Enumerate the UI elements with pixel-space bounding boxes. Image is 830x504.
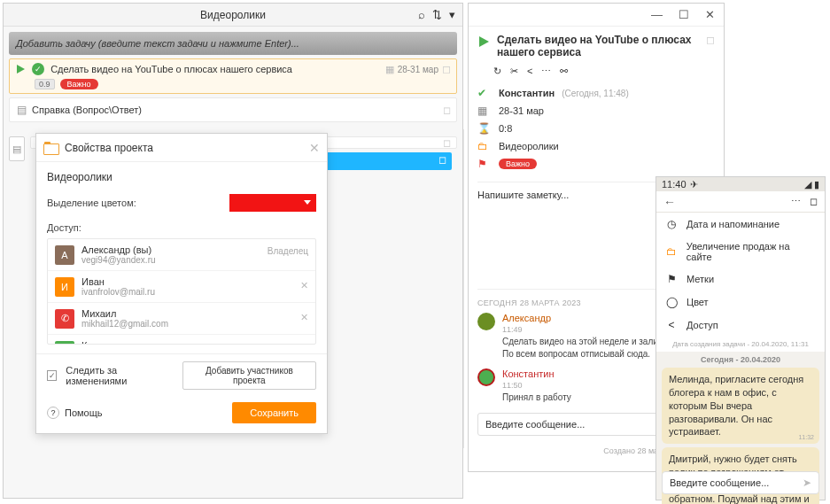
left-titlebar: Видеоролики ⌕ ⇅ ▾ xyxy=(4,4,462,27)
bookmark-icon[interactable]: ◻ xyxy=(810,196,818,207)
msg-time: 11:49 xyxy=(502,325,523,334)
play-icon[interactable] xyxy=(15,64,26,74)
msg-text: Принял в работу xyxy=(502,392,571,404)
remove-user-icon[interactable]: ✕ xyxy=(300,344,308,345)
back-icon[interactable]: ← xyxy=(663,195,676,209)
mobile-meta: Дата создания задачи - 20.04.2020, 11:31 xyxy=(656,337,825,352)
task-tag-badge: Важно xyxy=(60,79,98,89)
msg-time: 11:50 xyxy=(502,381,523,390)
task-date: 28-31 мар xyxy=(398,65,438,74)
avatar: ✆ xyxy=(55,309,74,329)
task-title: Сделать видео на YouTube о плюсах нашего… xyxy=(50,64,292,74)
play-icon[interactable] xyxy=(477,35,490,48)
color-select[interactable] xyxy=(229,194,316,212)
folder-icon xyxy=(43,142,58,153)
follow-checkbox[interactable]: ✓ xyxy=(47,370,57,381)
access-label: Доступ: xyxy=(47,222,316,233)
sort-icon[interactable]: ⇅ xyxy=(432,4,442,27)
refresh-icon[interactable]: ↻ xyxy=(493,66,501,77)
row-text: Справка (Вопрос\Ответ) xyxy=(32,105,142,115)
avatar: ✓ xyxy=(55,341,74,345)
close-icon[interactable]: ✕ xyxy=(309,141,320,155)
m-opt-date[interactable]: ◷Дата и напоминание xyxy=(656,213,825,236)
avatar: И xyxy=(55,277,74,297)
folder-icon: 🗀 xyxy=(665,245,678,258)
svg-marker-0 xyxy=(17,65,25,74)
access-list: А Александр (вы)vegi94@yandex.ru Владеле… xyxy=(47,238,316,345)
remove-user-icon[interactable]: ✕ xyxy=(300,312,308,323)
msg-author: Александр xyxy=(502,313,551,323)
detail-date: 28-31 мар xyxy=(499,105,544,116)
follow-label: Следить за изменениями xyxy=(66,365,173,386)
done-check-icon[interactable]: ✓ xyxy=(32,63,44,75)
help-icon[interactable]: ? xyxy=(47,407,59,419)
bookmark-icon[interactable]: ◻ xyxy=(443,105,451,116)
msg-author: Константин xyxy=(502,368,554,379)
mobile-mock: 11:40 ✈ ◢▮ ← ⋯ ◻ ◷Дата и напоминание 🗀Ув… xyxy=(655,176,826,500)
m-opt-color[interactable]: ◯Цвет xyxy=(656,291,825,314)
tag-icon: ⚑ xyxy=(665,273,678,285)
share-icon: < xyxy=(665,319,678,331)
calendar-icon: ▦ xyxy=(477,105,492,117)
user-check-icon: ✔ xyxy=(477,87,492,99)
access-user[interactable]: И Иванivanfrolov@mail.ru ✕ xyxy=(48,271,315,303)
m-opt-project[interactable]: 🗀Увеличение продаж на сайте xyxy=(656,236,825,268)
role-label: Владелец xyxy=(268,246,308,256)
list-item[interactable]: ▤ Справка (Вопрос\Ответ) ◻ xyxy=(9,97,457,122)
mobile-statusbar: 11:40 ✈ ◢▮ xyxy=(656,177,825,191)
left-title: Видеоролики xyxy=(200,9,266,21)
tag-icon: ⚑ xyxy=(477,158,492,170)
access-user[interactable]: А Александр (вы)vegi94@yandex.ru Владеле… xyxy=(48,239,315,271)
task-row[interactable]: ✓ Сделать видео на YouTube о плюсах наше… xyxy=(9,58,457,94)
link-icon[interactable]: ⚯ xyxy=(560,66,568,77)
clock: 11:40 xyxy=(662,179,686,190)
folder-icon: 🗀 xyxy=(477,140,492,152)
svg-marker-1 xyxy=(479,36,489,47)
avatar xyxy=(477,368,495,386)
bubble: Мелинда, пригласите сегодня блогера к на… xyxy=(662,368,819,444)
bookmark-icon[interactable]: ◻ xyxy=(438,154,446,166)
detail-time: 0:8 xyxy=(499,123,512,134)
detail-project: Видеоролики xyxy=(499,141,559,151)
task-num-badge: 0.9 xyxy=(35,79,55,89)
access-user[interactable]: ✆ Михаилmikhail12@gmail.com ✕ xyxy=(48,303,315,335)
detail-title: Сделать видео на YouTube о плюсах нашего… xyxy=(497,34,699,58)
add-members-button[interactable]: Добавить участников проекта xyxy=(182,361,316,390)
bookmark-icon[interactable]: ◻ xyxy=(443,137,451,149)
bookmark-icon[interactable]: ◻ xyxy=(442,63,451,75)
more-icon[interactable]: ⋯ xyxy=(791,196,801,207)
share-icon[interactable]: < xyxy=(527,66,532,77)
avatar: А xyxy=(55,245,74,265)
minimize-icon[interactable]: — xyxy=(651,8,663,21)
maximize-icon[interactable]: ☐ xyxy=(679,8,689,21)
clock-icon: ◷ xyxy=(665,218,678,230)
cut-icon[interactable]: ✂ xyxy=(510,66,518,77)
mobile-day: Сегодня - 20.04.2020 xyxy=(656,352,825,368)
assignee-sub: (Сегодня, 11:48) xyxy=(562,89,629,98)
filter-icon[interactable]: ▾ xyxy=(449,4,455,27)
clock-icon: ⌛ xyxy=(477,122,492,135)
detail-tag: Важно xyxy=(499,159,537,169)
collapse-strip[interactable]: ▤ xyxy=(9,136,25,161)
save-button[interactable]: Сохранить xyxy=(232,402,316,423)
bookmark-icon[interactable]: ◻ xyxy=(706,34,715,46)
assignee-name: Константин xyxy=(499,88,555,98)
remove-user-icon[interactable]: ✕ xyxy=(300,280,308,291)
add-task-input[interactable]: Добавить задачу (введите текст задачи и … xyxy=(9,32,457,55)
mobile-message-input[interactable]: Введите сообщение... ➤ xyxy=(662,471,819,494)
m-opt-tags[interactable]: ⚑Метки xyxy=(656,268,825,291)
more-icon[interactable]: ⋯ xyxy=(541,66,551,77)
ghost-panel xyxy=(333,129,464,448)
send-icon[interactable]: ➤ xyxy=(803,477,811,489)
project-name: Видеоролики xyxy=(47,171,316,183)
drop-icon: ◯ xyxy=(665,296,678,308)
left-app-window: Видеоролики ⌕ ⇅ ▾ Добавить задачу (введи… xyxy=(3,3,463,499)
calendar-icon: ▦ xyxy=(385,64,394,75)
dialog-title: Свойства проекта xyxy=(65,142,153,154)
access-user[interactable]: ✓ Константинkonstanta12@gmail.com ✕ xyxy=(48,335,315,345)
close-icon[interactable]: ✕ xyxy=(705,8,715,21)
search-icon[interactable]: ⌕ xyxy=(418,4,425,27)
avatar xyxy=(477,313,495,330)
m-opt-access[interactable]: <Доступ xyxy=(656,314,825,337)
help-label[interactable]: Помощь xyxy=(65,407,103,418)
